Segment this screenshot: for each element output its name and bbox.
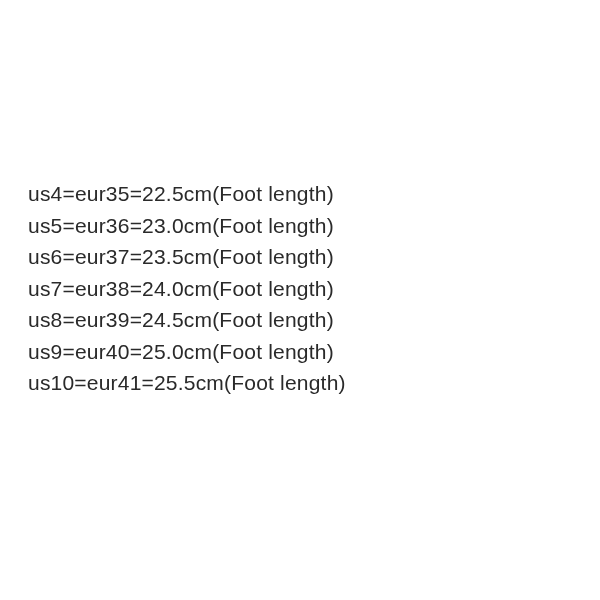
row-text: us10=eur41=25.5cm(Foot length) — [28, 371, 346, 394]
size-row: us4=eur35=22.5cm(Foot length) — [28, 178, 346, 210]
row-text: us9=eur40=25.0cm(Foot length) — [28, 340, 334, 363]
row-text: us4=eur35=22.5cm(Foot length) — [28, 182, 334, 205]
size-row: us9=eur40=25.0cm(Foot length) — [28, 336, 346, 368]
size-row: us5=eur36=23.0cm(Foot length) — [28, 210, 346, 242]
size-row: us7=eur38=24.0cm(Foot length) — [28, 273, 346, 305]
row-text: us5=eur36=23.0cm(Foot length) — [28, 214, 334, 237]
row-text: us8=eur39=24.5cm(Foot length) — [28, 308, 334, 331]
size-row: us8=eur39=24.5cm(Foot length) — [28, 304, 346, 336]
size-chart: us4=eur35=22.5cm(Foot length) us5=eur36=… — [28, 178, 346, 399]
row-text: us7=eur38=24.0cm(Foot length) — [28, 277, 334, 300]
size-row: us10=eur41=25.5cm(Foot length) — [28, 367, 346, 399]
size-row: us6=eur37=23.5cm(Foot length) — [28, 241, 346, 273]
row-text: us6=eur37=23.5cm(Foot length) — [28, 245, 334, 268]
